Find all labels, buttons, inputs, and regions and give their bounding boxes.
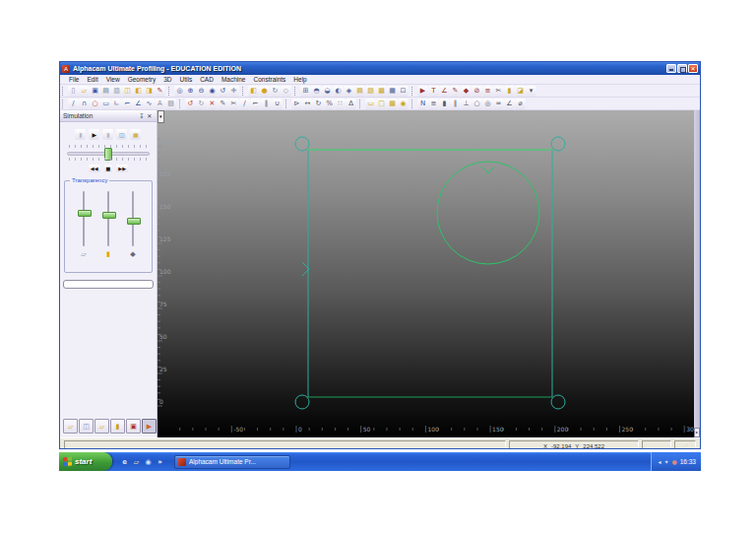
rotate-icon[interactable]: ↻: [313, 99, 324, 109]
tile-windows-icon[interactable]: ◫: [122, 86, 133, 97]
menu-utils[interactable]: Utils: [176, 76, 197, 83]
operations-tab[interactable]: ▮: [110, 419, 125, 434]
bounding-box-icon[interactable]: ▭: [365, 99, 376, 109]
perpendicular-constraint-icon[interactable]: ⊥: [461, 99, 472, 109]
zoom-window-icon[interactable]: ◎: [174, 86, 185, 97]
layers-tab[interactable]: ▱: [94, 419, 109, 434]
move-icon[interactable]: ↔: [302, 99, 313, 109]
select-tool-icon[interactable]: ▶: [417, 86, 428, 97]
print-icon[interactable]: ▤: [100, 86, 111, 97]
arc-icon[interactable]: ∩: [79, 99, 90, 109]
view-front-icon[interactable]: ◒: [322, 86, 333, 97]
view-side-icon[interactable]: ◐: [333, 86, 344, 97]
ruler-scroll-button[interactable]: ▾: [158, 110, 164, 123]
diameter-constraint-icon[interactable]: ⌀: [515, 99, 526, 109]
sim-report-button[interactable]: ▦: [130, 129, 141, 140]
scale-icon[interactable]: %: [324, 99, 335, 109]
antivirus-icon[interactable]: ●: [671, 458, 676, 465]
view-top-icon[interactable]: ◓: [311, 86, 322, 97]
tool-library-icon[interactable]: T: [428, 86, 439, 97]
close-button[interactable]: [688, 64, 698, 73]
pocket-icon[interactable]: ▩: [387, 99, 398, 109]
circle-icon[interactable]: ○: [90, 99, 100, 109]
delete-icon[interactable]: ✕: [207, 99, 218, 109]
mirror-icon[interactable]: ⊳: [291, 99, 302, 109]
zoom-in-icon[interactable]: ⊕: [185, 86, 196, 97]
fixture-transparency-slider[interactable]: [126, 191, 140, 246]
sim-settings-button[interactable]: ◫: [116, 129, 127, 140]
tangent-constraint-icon[interactable]: ○: [472, 99, 482, 109]
show-desktop-icon[interactable]: ▱: [132, 457, 141, 466]
machining-order-icon[interactable]: ≡: [482, 86, 493, 97]
edit-pencil-icon[interactable]: ✎: [218, 99, 228, 109]
island-icon[interactable]: ◉: [398, 99, 409, 109]
messenger-icon[interactable]: ✦: [663, 458, 668, 465]
work-plane-icon[interactable]: ⊞: [300, 86, 311, 97]
chamfer-icon[interactable]: ∠: [133, 99, 144, 109]
print-preview-icon[interactable]: ▥: [111, 86, 122, 97]
menu-cad[interactable]: CAD: [196, 76, 218, 83]
step-back-button[interactable]: ▮: [75, 129, 86, 140]
menu-help[interactable]: Help: [289, 76, 310, 83]
concentric-constraint-icon[interactable]: ◎: [482, 99, 493, 109]
quick-launch-overflow-icon[interactable]: »: [156, 457, 164, 466]
window-arrange-icon[interactable]: ◨: [144, 86, 155, 97]
skip-forward-button[interactable]: ▶▶: [116, 165, 128, 172]
join-icon[interactable]: ∪: [272, 99, 283, 109]
grid-icon[interactable]: ▦: [387, 86, 398, 97]
break-icon[interactable]: /: [239, 99, 250, 109]
z-contour-icon[interactable]: ▩: [376, 86, 387, 97]
scroll-right-icon[interactable]: ▸: [694, 428, 700, 437]
menu-view[interactable]: View: [102, 76, 124, 83]
parallel-constraint-icon[interactable]: ∥: [450, 99, 461, 109]
fixture-transparency-handle[interactable]: [127, 218, 141, 225]
menu-edit[interactable]: Edit: [83, 76, 101, 83]
wireframe-view-icon[interactable]: ◇: [281, 86, 291, 97]
parallel-icon[interactable]: ∥: [261, 99, 272, 109]
undo-icon[interactable]: ↺: [185, 99, 196, 109]
post-process-icon[interactable]: ◪: [515, 86, 526, 97]
new-file-icon[interactable]: ▯: [68, 86, 79, 97]
task-button-alphacam[interactable]: Alphacam Ultimate Pr...: [174, 455, 290, 469]
skip-back-button[interactable]: ◀◀: [89, 165, 100, 172]
pin-icon[interactable]: ↧: [138, 112, 146, 119]
play-button[interactable]: ▶: [89, 129, 99, 140]
simulation-speed-slider[interactable]: [67, 145, 150, 161]
hide-notifications-icon[interactable]: ◂: [658, 458, 661, 465]
media-player-icon[interactable]: ◉: [144, 457, 153, 466]
drawings-tab[interactable]: ◫: [79, 419, 94, 434]
line-icon[interactable]: /: [68, 99, 79, 109]
rotate-3d-icon[interactable]: ↻: [270, 86, 281, 97]
simulate-icon[interactable]: ▮: [504, 86, 515, 97]
zoom-previous-icon[interactable]: ↺: [218, 86, 228, 97]
close-panel-icon[interactable]: ✕: [146, 112, 154, 119]
cascade-windows-icon[interactable]: ◧: [133, 86, 144, 97]
menu-3d[interactable]: 3D: [159, 76, 175, 83]
tool-transparency-handle[interactable]: [102, 212, 116, 219]
hatch-icon[interactable]: ▨: [165, 99, 176, 109]
start-button[interactable]: start: [59, 452, 112, 471]
menu-geometry[interactable]: Geometry: [124, 76, 160, 83]
menu-machine[interactable]: Machine: [218, 76, 250, 83]
toolpath-edit-icon[interactable]: ✎: [450, 86, 461, 97]
save-file-icon[interactable]: ▣: [90, 86, 100, 97]
material-transparency-slider[interactable]: [77, 191, 91, 246]
feed-speed-icon[interactable]: ◆: [461, 86, 472, 97]
nc-edit-icon[interactable]: ✂: [493, 86, 504, 97]
tool-transparency-slider[interactable]: [101, 191, 115, 246]
polyline-icon[interactable]: ∟: [111, 99, 122, 109]
internet-explorer-icon[interactable]: e: [120, 457, 129, 466]
quick-edit-icon[interactable]: ✎: [155, 86, 165, 97]
pan-icon[interactable]: ✚: [228, 86, 239, 97]
simulation-tab[interactable]: ▶: [142, 419, 157, 434]
drawing-canvas[interactable]: -500501001502002503002001751501251007550…: [158, 110, 694, 437]
maximize-button[interactable]: [677, 64, 687, 73]
stop-button[interactable]: ■: [104, 165, 113, 172]
contour-detect-icon[interactable]: □: [376, 99, 387, 109]
view-iso-icon[interactable]: ◈: [344, 86, 354, 97]
vertical-constraint-icon[interactable]: ▮: [439, 99, 450, 109]
solid-view-icon[interactable]: ◧: [248, 86, 259, 97]
pause-button[interactable]: ▮: [102, 129, 113, 140]
zoom-out-icon[interactable]: ⊖: [196, 86, 207, 97]
minimize-button[interactable]: [666, 64, 676, 73]
